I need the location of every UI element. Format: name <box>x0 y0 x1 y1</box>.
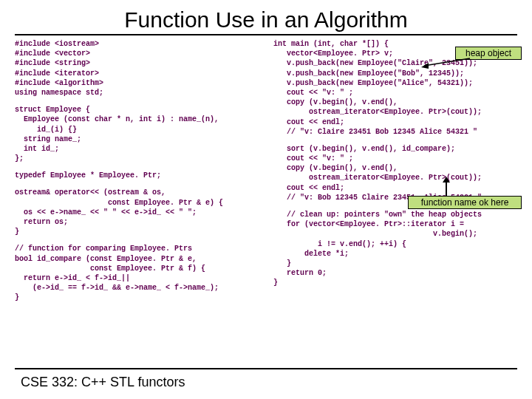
svg-marker-1 <box>421 63 429 69</box>
footer-text: CSE 332: C++ STL functors <box>21 375 185 390</box>
code-main-part3: // clean up: pointers "own" the heap obj… <box>273 210 517 288</box>
page-title: Function Use in an Algorithm <box>15 7 517 35</box>
right-column: int main (int, char *[]) { vector<Employ… <box>273 39 517 310</box>
code-main-part2: sort (v.begin(), v.end(), id_compare); c… <box>273 144 517 202</box>
arrow-heap <box>421 57 473 69</box>
svg-marker-3 <box>443 177 450 183</box>
callout-function-name: function name ok here <box>408 196 522 209</box>
left-column: #include <iostream> #include <vector> #i… <box>15 39 259 310</box>
svg-line-0 <box>424 58 470 66</box>
code-typedef: typedef Employee * Employee. Ptr; <box>15 171 259 180</box>
content-columns: #include <iostream> #include <vector> #i… <box>15 39 517 310</box>
code-struct-employee: struct Employee { Employee (const char *… <box>15 105 259 163</box>
code-id-compare: // function for comparing Employee. Ptrs… <box>15 244 259 302</box>
arrow-function-name <box>441 177 451 197</box>
footer-rule <box>15 368 517 369</box>
code-ostream-operator: ostream& operator<< (ostream & os, const… <box>15 188 259 236</box>
code-includes: #include <iostream> #include <vector> #i… <box>15 39 259 98</box>
